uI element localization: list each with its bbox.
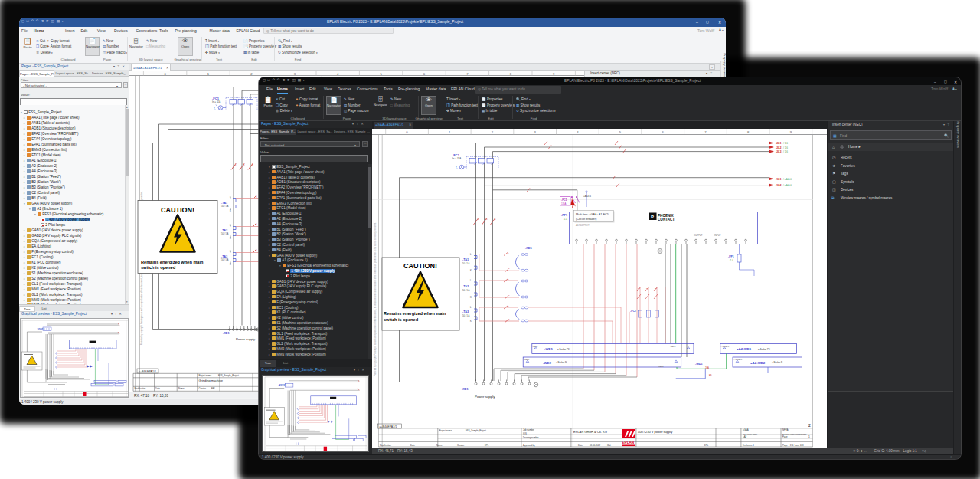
svg-text:In = 32A: In = 32A: [452, 157, 461, 160]
svg-text:13 A: 13 A: [561, 202, 567, 205]
svg-text:1: 1: [808, 435, 810, 438]
svg-text:6: 6: [662, 130, 665, 134]
svg-text:M: M: [655, 237, 657, 239]
svg-text:-XD1: -XD1: [223, 332, 230, 335]
svg-text:= Busbar PE: = Busbar PE: [557, 348, 570, 351]
svg-text:Project name: Project name: [199, 374, 212, 377]
svg-text:50 / 5 A: 50 / 5 A: [221, 205, 229, 208]
svg-text:CONTACT: CONTACT: [658, 218, 675, 221]
svg-text:EPLAN: EPLAN: [622, 441, 635, 445]
svg-text:Name: Name: [178, 387, 185, 390]
svg-text:NC: NC: [665, 237, 668, 239]
svg-text:-TA2: -TA2: [462, 285, 469, 288]
svg-text:7: 7: [466, 71, 469, 75]
svg-text:5: 5: [380, 71, 382, 75]
svg-text:Job number: Job number: [523, 428, 534, 431]
svg-text:IOS: IOS: [523, 432, 527, 435]
svg-text:Multi-line: =GAA+A1-FC5: Multi-line: =GAA+A1-FC5: [576, 213, 609, 216]
svg-text:NFPA:: NFPA:: [782, 428, 789, 431]
svg-text:Protected by copyright. Passin: Protected by copyright. Passing on as we…: [374, 222, 377, 376]
svg-text:Date: Date: [155, 387, 160, 390]
svg-text:8: 8: [508, 252, 509, 254]
svg-text:3: 3: [534, 130, 536, 134]
svg-text:Date: Date: [410, 444, 415, 447]
svg-text:-1L2: -1L2: [776, 184, 781, 187]
svg-text:2: 2: [235, 163, 237, 166]
svg-text:+A2: +A2: [743, 435, 746, 438]
svg-text:Date: Date: [578, 444, 583, 447]
svg-text:+A2-WE1: +A2-WE1: [737, 347, 752, 351]
svg-text:8: 8: [508, 305, 509, 307]
svg-text:3: 3: [294, 71, 296, 75]
svg-text:2: 2: [492, 130, 494, 134]
svg-text:EPL: EPL: [211, 387, 216, 390]
svg-text:Page 176 from 243: Page 176 from 243: [782, 444, 804, 447]
svg-text:(Circuit breaker): (Circuit breaker): [576, 218, 597, 221]
svg-text:-WE1.3: -WE1.3: [670, 346, 676, 347]
svg-text:5: 5: [619, 130, 622, 134]
svg-text:= Busbar PE: = Busbar PE: [758, 348, 770, 351]
svg-text:8: 8: [747, 130, 750, 134]
svg-text:K: K: [470, 320, 472, 323]
svg-text:L: L: [470, 253, 472, 256]
svg-text:VA: VA: [675, 237, 678, 239]
svg-text:/1.4: /1.4: [564, 218, 567, 221]
svg-text:-PF1: -PF1: [561, 214, 567, 217]
svg-text:8: 8: [256, 223, 257, 226]
svg-text:50 / 5 A: 50 / 5 A: [462, 314, 470, 317]
svg-text:-TA2: -TA2: [221, 229, 227, 232]
svg-text:9: 9: [553, 71, 555, 75]
svg-text:-XD1: -XD1: [462, 388, 469, 391]
svg-text:7: 7: [704, 130, 707, 134]
svg-text:8: 8: [510, 71, 512, 75]
svg-text:T-: T-: [456, 166, 458, 169]
svg-text:9: 9: [790, 130, 792, 134]
svg-text:Modification: Modification: [380, 444, 391, 447]
svg-text:4: 4: [337, 71, 339, 75]
svg-text:6: 6: [423, 71, 426, 75]
svg-text:ESS_Sample_Project: ESS_Sample_Project: [466, 429, 486, 432]
svg-text:Grinding machine: Grinding machine: [199, 379, 224, 382]
svg-text:-2000: -2000: [36, 328, 43, 331]
svg-text:K: K: [470, 296, 472, 299]
svg-text:-2L3: -2L3: [776, 150, 781, 153]
svg-text:-2000: -2000: [278, 384, 285, 387]
svg-text:-FC1: -FC1: [212, 97, 220, 100]
svg-text:50 / 5 A: 50 / 5 A: [462, 262, 470, 265]
svg-text:-2L1: -2L1: [776, 142, 781, 145]
svg-text:I8: I8: [645, 237, 648, 239]
svg-text:6: 6: [252, 163, 253, 166]
svg-text:Creator: Creator: [457, 444, 464, 447]
svg-text:0: 0: [406, 130, 408, 134]
svg-text:/1.4: /1.4: [730, 259, 733, 262]
svg-text:-XD5: -XD5: [525, 247, 532, 250]
svg-text:Power supply: Power supply: [236, 337, 256, 341]
svg-text:L: L: [470, 279, 472, 282]
svg-text:2: 2: [478, 218, 479, 221]
svg-text:400 V power supply: 400 V power supply: [743, 433, 758, 435]
svg-text:Enclosure 1: Enclosure 1: [743, 444, 754, 447]
svg-text:I3: I3: [596, 237, 598, 239]
svg-text:+: +: [745, 237, 746, 239]
svg-text:8: 8: [256, 249, 257, 252]
svg-text:B: B: [715, 237, 717, 239]
svg-text:2: 2: [250, 71, 253, 75]
svg-text:Project name: Project name: [439, 429, 452, 432]
svg-text:-WE1: -WE1: [544, 347, 554, 351]
svg-text:ADF.DEPROT: ADF.DEPROT: [576, 224, 590, 227]
svg-text:1: 1: [207, 71, 210, 75]
svg-text:-WD1: -WD1: [695, 363, 703, 366]
svg-text:= Busbar N: = Busbar N: [556, 361, 567, 364]
svg-text:INPUT: INPUT: [714, 234, 721, 237]
svg-text:4: 4: [486, 218, 488, 221]
svg-text:OUTPUT: OUTPUT: [694, 234, 703, 237]
svg-text:I4: I4: [606, 237, 608, 239]
svg-text:Electrical engineering schemat: Electrical engineering schematic: [782, 433, 807, 435]
svg-text:switch is opened: switch is opened: [141, 265, 176, 270]
svg-text:Page: Page: [782, 435, 788, 438]
svg-text:4: 4: [243, 163, 245, 166]
svg-text:Power supply: Power supply: [475, 395, 495, 399]
svg-text:-1L1: -1L1: [776, 178, 781, 181]
svg-text:-FC1: -FC1: [452, 153, 460, 157]
svg-text:50 / 5 A: 50 / 5 A: [462, 289, 470, 292]
